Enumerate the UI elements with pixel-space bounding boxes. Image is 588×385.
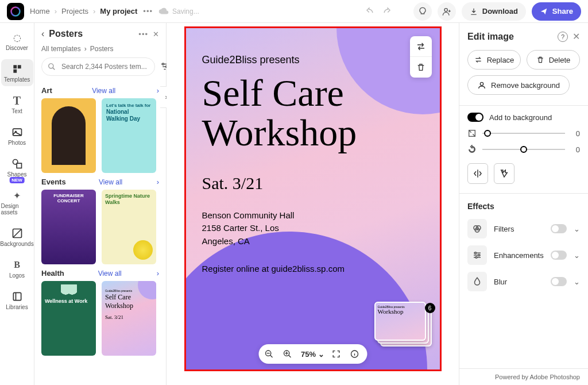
rail-text[interactable]: TText bbox=[1, 91, 33, 118]
poster-register[interactable]: Register online at guide2bliss.sp.com bbox=[202, 264, 424, 274]
zoom-out-button[interactable] bbox=[264, 349, 276, 359]
photo-icon bbox=[11, 126, 24, 138]
rail-discover[interactable]: ◌Discover bbox=[1, 28, 33, 55]
page-stack[interactable]: Guide2Bliss presentsWorkshop 6 bbox=[380, 307, 432, 346]
breadcrumb-home[interactable]: Home bbox=[30, 7, 50, 16]
template-thumb[interactable]: Guide2Bliss presents Self Care Workshop … bbox=[102, 281, 156, 356]
rail-shapes[interactable]: ShapesNEW bbox=[1, 154, 33, 181]
delete-element-button[interactable] bbox=[410, 57, 432, 78]
poster-venue[interactable]: Benson Community Hall 2158 Carter St., L… bbox=[202, 209, 424, 248]
breadcrumb-projects[interactable]: Projects bbox=[61, 7, 88, 16]
scale-slider[interactable] bbox=[482, 128, 565, 139]
blur-toggle[interactable] bbox=[551, 277, 567, 286]
undo-button[interactable] bbox=[365, 6, 376, 17]
search-input[interactable] bbox=[60, 62, 149, 71]
info-button[interactable] bbox=[350, 349, 361, 359]
rail-photos[interactable]: Photos bbox=[1, 122, 33, 149]
add-to-background-label: Add to background bbox=[489, 113, 552, 122]
send-icon bbox=[540, 7, 548, 16]
view-all-events[interactable]: View all bbox=[99, 178, 122, 186]
svg-point-8 bbox=[49, 64, 53, 68]
redo-button[interactable] bbox=[381, 6, 392, 17]
more-menu-button[interactable]: ••• bbox=[143, 7, 153, 16]
view-all-art[interactable]: View all bbox=[92, 87, 115, 95]
enhancements-row[interactable]: Enhancements ⌄ bbox=[459, 242, 588, 268]
rail-design-assets[interactable]: ✦Design assets bbox=[1, 186, 33, 219]
template-thumb[interactable]: Let's talk the talk for National Walking… bbox=[102, 98, 156, 173]
delete-button[interactable]: Delete bbox=[527, 50, 580, 70]
svg-point-20 bbox=[478, 255, 480, 256]
creative-cloud-icon bbox=[10, 6, 21, 17]
close-edit-panel-button[interactable]: ✕ bbox=[572, 31, 580, 42]
rotate-slider[interactable] bbox=[482, 144, 565, 155]
chevron-right-icon: › bbox=[157, 86, 159, 95]
template-thumb[interactable]: FUNDRAISER CONCERT bbox=[41, 190, 96, 264]
replace-button[interactable]: Replace bbox=[467, 50, 521, 70]
poster-headline[interactable]: Self Care Workshop bbox=[202, 73, 424, 153]
section-health-title: Health bbox=[41, 269, 64, 278]
enhancements-icon bbox=[467, 245, 487, 265]
templates-panel: ‹ Posters ••• ✕ All templates › Posters … bbox=[34, 23, 167, 385]
fit-button[interactable] bbox=[331, 349, 343, 359]
chevron-right-icon: › bbox=[93, 7, 95, 16]
download-icon bbox=[470, 7, 478, 16]
poster-presenter[interactable]: Guide2Bliss presents bbox=[202, 54, 424, 66]
rotate-value: 0 bbox=[570, 145, 580, 154]
edit-panel-title: Edit image bbox=[467, 32, 553, 42]
rail-logos[interactable]: BLogos bbox=[1, 255, 33, 282]
filters-toggle[interactable] bbox=[551, 224, 567, 233]
background-icon bbox=[11, 227, 24, 240]
panel-breadcrumb-root[interactable]: All templates bbox=[41, 45, 81, 53]
rail-templates[interactable]: Templates bbox=[1, 59, 33, 86]
logo-icon: B bbox=[11, 259, 24, 271]
tips-button[interactable] bbox=[413, 2, 432, 21]
template-search[interactable] bbox=[41, 57, 155, 76]
app-logo[interactable] bbox=[7, 3, 24, 20]
swap-layout-button[interactable] bbox=[410, 36, 432, 57]
add-to-background-toggle[interactable] bbox=[467, 113, 483, 122]
back-button[interactable]: ‹ bbox=[41, 29, 44, 39]
close-panel-button[interactable]: ✕ bbox=[153, 30, 159, 38]
chevron-down-icon: ⌄ bbox=[574, 251, 580, 260]
swap-icon bbox=[474, 56, 482, 64]
edit-image-panel: Edit image ? ✕ Replace Delete Remove bac… bbox=[459, 23, 588, 385]
rail-backgrounds[interactable]: Backgrounds bbox=[1, 224, 33, 251]
chevron-right-icon: › bbox=[157, 178, 159, 186]
canvas-selection[interactable]: Guide2Bliss presents Self Care Workshop … bbox=[184, 26, 442, 371]
svg-point-21 bbox=[475, 256, 477, 258]
trash-icon bbox=[536, 56, 544, 64]
template-thumb[interactable]: Springtime Nature Walks bbox=[102, 190, 156, 264]
canvas-area: Guide2Bliss presents Self Care Workshop … bbox=[167, 23, 459, 385]
panel-title: Posters bbox=[49, 29, 134, 39]
blur-row[interactable]: Blur ⌄ bbox=[459, 268, 588, 295]
download-button[interactable]: Download bbox=[462, 2, 526, 21]
flip-vertical-button[interactable] bbox=[494, 163, 514, 184]
svg-point-14 bbox=[480, 82, 483, 85]
breadcrumb-current[interactable]: My project bbox=[100, 7, 137, 16]
rotate-icon bbox=[467, 145, 478, 154]
panel-breadcrumb-current: Posters bbox=[90, 45, 114, 53]
rail-libraries[interactable]: Libraries bbox=[1, 287, 33, 314]
invite-button[interactable] bbox=[438, 2, 456, 21]
zoom-level-dropdown[interactable]: 75% ⌄ bbox=[301, 350, 324, 359]
chevron-right-icon: › bbox=[84, 45, 87, 53]
flip-horizontal-button[interactable] bbox=[467, 163, 488, 184]
svg-point-1 bbox=[444, 8, 447, 11]
filters-row[interactable]: Filters ⌄ bbox=[459, 215, 588, 242]
panel-breadcrumb: All templates › Posters bbox=[34, 45, 166, 57]
remove-bg-icon bbox=[477, 80, 486, 90]
powered-by-footer: Powered by Adobe Photoshop bbox=[459, 368, 588, 385]
main-layout: ◌Discover Templates TText Photos ShapesN… bbox=[0, 23, 588, 385]
template-thumb[interactable] bbox=[41, 98, 96, 173]
remove-background-button[interactable]: Remove background bbox=[467, 75, 570, 95]
enhancements-toggle[interactable] bbox=[551, 251, 567, 260]
view-all-health[interactable]: View all bbox=[98, 270, 122, 278]
poster-date[interactable]: Sat. 3/21 bbox=[202, 174, 424, 193]
template-thumb[interactable]: Wellness at Work bbox=[41, 281, 96, 356]
zoom-in-button[interactable] bbox=[283, 349, 294, 359]
trash-icon bbox=[416, 63, 425, 72]
share-button[interactable]: Share bbox=[532, 2, 581, 21]
help-button[interactable]: ? bbox=[558, 32, 568, 42]
panel-more-button[interactable]: ••• bbox=[138, 30, 148, 38]
flip-h-icon bbox=[473, 168, 483, 179]
